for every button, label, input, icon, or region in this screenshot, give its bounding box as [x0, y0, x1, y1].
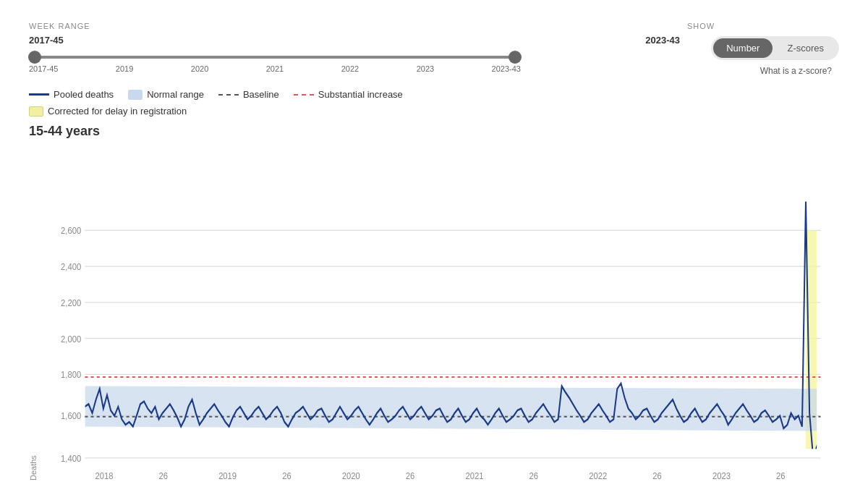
chart-svg: 1,400 1,600 1,800 2,000 2,200 2,400 2,60…: [41, 148, 839, 481]
svg-text:1,400: 1,400: [61, 453, 81, 464]
legend-corrected-icon: [29, 106, 43, 117]
svg-text:26: 26: [282, 470, 292, 481]
tick-2022: 2022: [341, 64, 359, 73]
svg-text:2020: 2020: [342, 470, 360, 481]
legend-substantial-label: Substantial increase: [318, 89, 403, 100]
legend-baseline-label: Baseline: [243, 89, 279, 100]
svg-text:2022: 2022: [589, 470, 607, 481]
svg-text:26: 26: [652, 470, 662, 481]
chart-section: 15-44 years Deaths: [29, 124, 839, 481]
legend-baseline: Baseline: [218, 89, 279, 100]
legend-pooled-label: Pooled deaths: [54, 89, 114, 100]
range-end-label: 2023-43: [645, 35, 680, 46]
tick-2021: 2021: [266, 64, 284, 73]
legend-normal-label: Normal range: [147, 89, 204, 100]
range-start-label: 2017-45: [29, 35, 64, 46]
svg-text:2,600: 2,600: [61, 225, 81, 236]
svg-text:2,400: 2,400: [61, 261, 81, 272]
tick-2020: 2020: [191, 64, 208, 73]
svg-text:1,600: 1,600: [61, 410, 81, 421]
svg-text:1,800: 1,800: [61, 369, 81, 380]
toggle-zscores-button[interactable]: Z-scores: [774, 38, 837, 58]
svg-text:2,000: 2,000: [61, 334, 81, 344]
svg-text:2021: 2021: [466, 470, 484, 481]
legend-substantial-icon: [294, 94, 314, 96]
range-label: WEEK RANGE: [29, 22, 680, 30]
svg-text:2,200: 2,200: [61, 297, 81, 308]
legend-pooled-icon: [29, 93, 49, 96]
slider-thumb-right[interactable]: [509, 51, 522, 64]
chart-title: 15-44 years: [29, 124, 839, 139]
svg-text:26: 26: [776, 470, 786, 481]
tick-2023-43: 2023-43: [492, 64, 521, 73]
svg-text:26: 26: [158, 470, 168, 481]
range-section: WEEK RANGE 2017-45 2023-43 2017-45 2019 …: [29, 22, 680, 73]
slider-bottom-labels: 2017-45 2019 2020 2021 2022 2023 2023-43: [29, 64, 521, 73]
legend: Pooled deaths Normal range Baseline Subs…: [29, 89, 839, 117]
svg-text:26: 26: [529, 470, 539, 481]
tick-2019: 2019: [116, 64, 133, 73]
chart-area: Deaths: [29, 148, 839, 481]
slider-track: [35, 56, 515, 59]
zscore-link[interactable]: What is a z-score?: [760, 66, 832, 76]
legend-baseline-icon: [218, 94, 239, 96]
svg-text:26: 26: [406, 470, 415, 481]
show-section: SHOW Number Z-scores What is a z-score?: [680, 22, 839, 76]
y-axis-label: Deaths: [29, 148, 38, 481]
svg-text:2019: 2019: [218, 470, 237, 481]
tick-2023: 2023: [417, 64, 434, 73]
tick-2017: 2017-45: [29, 64, 58, 73]
legend-substantial: Substantial increase: [294, 89, 403, 100]
svg-text:2018: 2018: [95, 470, 113, 481]
show-label: SHOW: [687, 22, 715, 30]
toggle-number-button[interactable]: Number: [713, 38, 773, 58]
legend-normal-range: Normal range: [128, 89, 204, 100]
legend-corrected-label: Corrected for delay in registration: [48, 106, 187, 117]
legend-pooled-deaths: Pooled deaths: [29, 89, 114, 100]
slider-fill: [35, 56, 515, 59]
slider-container[interactable]: 2017-45 2019 2020 2021 2022 2023 2023-43: [29, 48, 521, 73]
svg-text:2023: 2023: [712, 470, 731, 481]
header-row: WEEK RANGE 2017-45 2023-43 2017-45 2019 …: [29, 22, 839, 76]
legend-corrected: Corrected for delay in registration: [29, 106, 839, 117]
chart-inner: 1,400 1,600 1,800 2,000 2,200 2,400 2,60…: [41, 148, 839, 481]
toggle-group: Number Z-scores: [711, 36, 839, 60]
slider-top-labels: 2017-45 2023-43: [29, 35, 680, 46]
legend-normal-icon: [128, 90, 142, 100]
slider-thumb-left[interactable]: [28, 51, 41, 64]
